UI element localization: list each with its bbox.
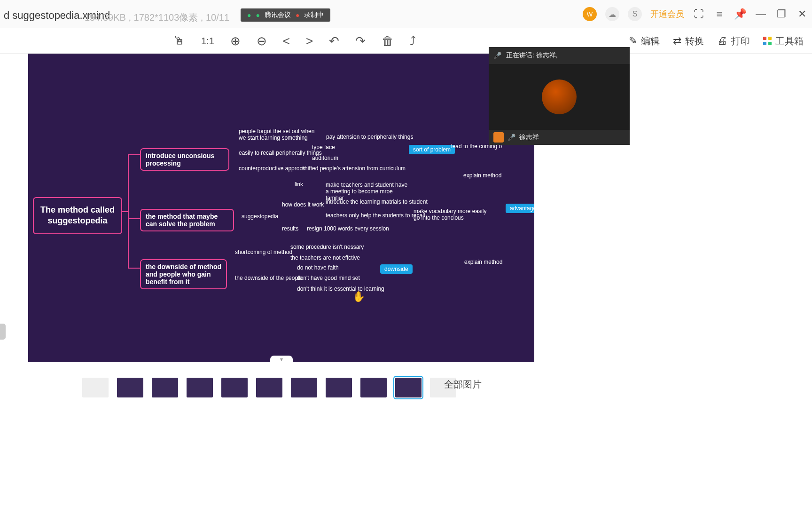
mindmap-node[interactable]: easily to recall peripherally things [239,150,322,156]
titlebar-right: W ☁ S 开通会员 ⛶ ≡ 📌 — ❐ ✕ [583,0,808,28]
pencil-icon: ✎ [629,35,637,47]
mindmap-node[interactable]: some procedure isn't nessary [290,244,364,250]
speaking-label: 正在讲话: 徐志祥, [506,51,558,60]
thumbnail-4[interactable] [187,378,213,397]
mindmap-node[interactable]: shifted people's attension from curricul… [302,165,406,172]
mindmap-node[interactable]: type face [312,144,335,151]
connector-line [121,211,128,212]
thumbnail-6[interactable] [256,378,282,397]
close-icon[interactable]: ✕ [796,8,808,20]
mindmap-node[interactable]: don't think it is essential to learning [297,286,384,292]
thumbnail-7[interactable] [291,378,317,397]
thumbnail-2[interactable] [117,378,143,397]
fullscreen-icon[interactable]: ⛶ [693,8,705,20]
connector-line [128,218,140,219]
swap-icon: ⇄ [673,35,681,47]
edit-button[interactable]: ✎编辑 [629,35,660,48]
cloud-icon[interactable]: ☁ [605,7,619,21]
share-icon[interactable]: ⤴ [410,34,416,48]
vip-link[interactable]: 开通会员 [650,8,684,20]
printer-icon: 🖨 [717,35,727,47]
mindmap-tag[interactable]: downside [380,264,413,274]
connector-line [128,154,140,155]
mindmap-node[interactable]: suggestopedia [242,213,278,220]
mindmap-node[interactable]: people forgot the set out when we start … [239,128,319,141]
mic-active-icon: 🎤 [493,52,501,59]
skype-icon[interactable]: S [628,7,642,21]
convert-button[interactable]: ⇄转换 [673,35,704,48]
maximize-icon[interactable]: ❐ [775,8,788,20]
mindmap-node[interactable]: auditorium [312,155,338,161]
mindmap-node[interactable]: counterproductive approch [239,165,305,172]
mindmap-node[interactable]: pay attension to peripherally things [326,134,413,140]
thumbnail-1[interactable] [82,378,109,397]
meeting-app-name: 腾讯会议 [265,11,291,19]
mindmap-node[interactable]: don't have good mind set [297,275,360,281]
pin-icon[interactable]: 📌 [734,8,746,20]
titlebar: d suggestopedia.xmind 154.39KB , 1782*11… [0,0,812,28]
menu-icon[interactable]: ≡ [713,8,726,20]
prev-icon[interactable]: < [283,34,290,48]
file-size: 154.39KB [85,12,126,23]
mindmap-branch-3[interactable]: the downside of method and people who ga… [140,259,227,289]
connector-line [128,268,140,269]
mindmap-node[interactable]: introduce the learning matrials to stude… [326,198,428,205]
user-avatar-icon[interactable]: W [583,7,597,21]
thumbnail-9[interactable] [360,378,387,397]
mindmap-node[interactable]: explain method [463,172,501,179]
print-button[interactable]: 🖨打印 [717,35,750,48]
thumbnail-8[interactable] [326,378,352,397]
meeting-status-pill[interactable]: ● ● 腾讯会议 ● 录制中 [241,8,330,22]
overlay-footer: 🎤 徐志祥 [489,130,630,145]
mindmap-node[interactable]: how does it work [282,201,324,208]
speaker-avatar-icon [542,79,577,114]
video-overlay[interactable]: 🎤 正在讲话: 徐志祥, 🎤 徐志祥 [489,47,630,145]
mindmap-node[interactable]: resign 1000 words every session [307,225,389,232]
mindmap-branch-1[interactable]: introduce unconsious processing [140,148,229,171]
delete-icon[interactable]: 🗑 [382,34,394,48]
mindmap-tag[interactable]: sort of problem [409,145,455,154]
mindmap-branch-2[interactable]: the method that maybe can solve the prob… [140,209,234,231]
mindmap-node[interactable]: the downside of the people [235,275,302,281]
mindmap-node[interactable]: do not have faith [297,264,339,271]
mindmap-node[interactable]: shortcoming of method [235,249,292,255]
file-dimensions: 1782*1103像素 [134,12,198,23]
mindmap-node[interactable]: make vocabulary more easily go into the … [414,208,493,221]
thumbnail-5[interactable] [221,378,248,397]
meeting-state: 录制中 [304,11,324,19]
zoom-in-icon[interactable]: ⊕ [230,34,241,48]
overlay-header: 🎤 正在讲话: 徐志祥, [489,47,630,64]
next-icon[interactable]: > [306,34,313,48]
all-images-link[interactable]: 全部图片 [444,378,482,391]
zoom-1to1-button[interactable]: 1:1 [201,36,214,47]
left-scroll-handle[interactable] [0,324,6,340]
zoom-out-icon[interactable]: ⊖ [257,34,267,48]
mindmap-node[interactable]: explain method [464,259,502,265]
connector-line [128,154,129,269]
file-index: 10/11 [206,12,229,23]
signal-dot-icon: ● [256,11,259,19]
rotate-left-icon[interactable]: ↶ [329,34,339,48]
rotate-right-icon[interactable]: ↷ [355,34,366,48]
mindmap-root[interactable]: The method called suggestopedia [33,197,122,234]
collapse-handle-icon[interactable]: ▾ [270,356,293,362]
mouse-icon[interactable]: 🖱 [173,34,185,48]
mindmap-node[interactable]: the teachers are not effctive [290,254,360,261]
mindmap-node[interactable]: link [295,181,303,188]
mindmap-node[interactable]: teachers only help the students to recal… [326,212,425,219]
mic-on-dot-icon: ● [247,11,251,19]
image-viewer[interactable]: The method called suggestopedia introduc… [28,54,534,362]
toolbar-left: 🖱 1:1 ⊕ ⊖ < > ↶ ↷ 🗑 ⤴ [173,28,416,54]
drag-cursor-icon: ✋ [352,291,365,303]
mindmap-node[interactable]: results [282,225,298,232]
minimize-icon[interactable]: — [755,8,767,20]
thumbnail-10[interactable] [395,378,422,397]
overlay-user: 徐志祥 [519,133,539,142]
toolbox-button[interactable]: 工具箱 [763,35,804,48]
thumbnail-3[interactable] [152,378,178,397]
overlay-body [489,64,630,130]
toolbar-right: ✎编辑 ⇄转换 🖨打印 工具箱 [629,28,804,54]
file-meta: 154.39KB , 1782*1103像素 , 10/11 [85,11,229,24]
mindmap-tag[interactable]: advantage [506,204,534,213]
grid-icon [763,37,772,45]
